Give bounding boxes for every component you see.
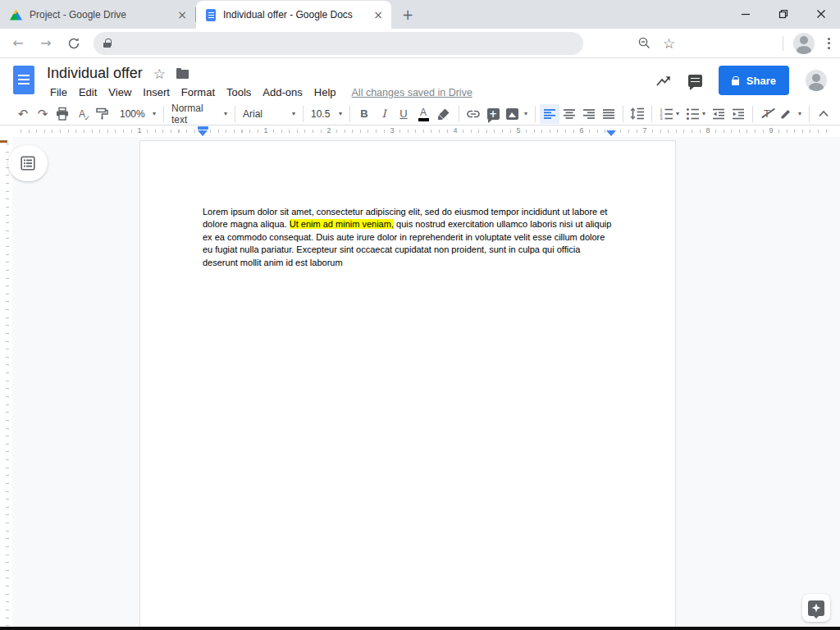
tab-title: Project - Google Drive [30,9,168,21]
styles-select[interactable]: Normal text▾ [168,104,231,124]
undo-button[interactable]: ↶ [13,104,33,124]
font-select[interactable]: Arial▾ [240,104,299,124]
insert-image-icon [506,108,518,120]
toolbar-separator [163,106,164,122]
close-tab-icon[interactable]: × [176,8,189,21]
toolbar-separator [752,106,753,122]
tab-google-docs[interactable]: Individual offer - Google Docs × [196,1,391,29]
move-to-folder-icon[interactable] [176,70,189,79]
menu-edit[interactable]: Edit [73,84,103,100]
ruler-number: 1 [135,126,143,135]
link-icon [466,107,481,121]
document-title[interactable]: Individual offer [47,65,143,82]
zoom-out-icon[interactable] [637,36,651,50]
align-right-icon [582,108,596,120]
toolbar-separator [349,106,350,122]
star-document-icon[interactable]: ☆ [153,66,166,82]
bulleted-list-button[interactable]: ▾ [682,104,709,124]
google-docs-logo[interactable] [13,66,34,94]
menu-addons[interactable]: Add-ons [257,84,308,100]
comments-icon[interactable] [688,75,702,87]
save-status[interactable]: All changes saved in Drive [349,85,476,100]
insert-image-button[interactable]: ▾ [503,104,531,124]
align-center-icon [563,108,576,120]
ruler-number: 7 [641,126,648,135]
menu-insert[interactable]: Insert [137,84,176,100]
explore-button[interactable] [802,594,830,622]
google-drive-icon [10,9,22,21]
hide-menus-button[interactable] [814,104,833,124]
window-controls [727,0,840,27]
underline-button[interactable]: U [394,104,413,124]
highlight-color-button[interactable] [433,104,454,124]
new-tab-button[interactable]: + [396,3,419,26]
close-window-button[interactable] [802,0,840,27]
document-canvas: Lorem ipsum dolor sit amet, consectetur … [0,137,840,627]
address-bar[interactable] [94,32,583,55]
numbered-list-button[interactable]: 123 ▾ [656,104,682,124]
justify-button[interactable] [599,104,619,124]
redo-button[interactable]: ↷ [33,104,52,124]
print-button[interactable] [52,104,72,124]
redo-icon: ↷ [38,107,48,121]
toolbar-separator [235,106,235,122]
horizontal-ruler[interactable]: 1 1 2 3 4 5 6 7 8 9 [0,126,840,137]
menu-file[interactable]: File [44,84,73,100]
insert-link-button[interactable] [463,104,483,124]
ruler-number: 9 [767,126,774,135]
clear-formatting-button[interactable]: T [757,104,777,124]
show-outline-button[interactable] [8,145,48,181]
browser-menu-icon[interactable] [824,34,833,52]
align-center-button[interactable] [559,104,579,124]
menu-format[interactable]: Format [176,84,221,100]
account-avatar[interactable] [806,70,827,91]
close-tab-icon[interactable]: × [372,8,385,21]
ruler-number: 1 [262,126,269,135]
menu-view[interactable]: View [103,84,137,100]
increase-indent-button[interactable] [728,104,748,124]
clear-formatting-icon: T [764,107,770,120]
text-color-button[interactable]: A [413,104,433,124]
ruler-number: 8 [704,126,711,135]
browser-profile-avatar[interactable] [793,33,815,54]
add-comment-button[interactable]: + [483,104,503,124]
italic-button[interactable]: I [374,104,394,124]
paragraph[interactable]: Lorem ipsum dolor sit amet, consectetur … [203,206,616,269]
minimize-button[interactable] [727,0,765,27]
forward-button[interactable]: → [34,32,57,55]
increase-indent-icon [732,108,745,120]
right-indent-marker[interactable] [606,130,616,136]
private-lock-icon [732,76,739,85]
bookmark-star-icon[interactable]: ☆ [663,35,675,52]
restore-button[interactable] [765,0,802,27]
close-icon [816,9,826,19]
paint-format-button[interactable] [92,104,112,124]
reload-icon [67,37,80,50]
document-outline-icon [21,156,35,171]
line-spacing-button[interactable] [628,104,647,124]
underline-icon: U [399,107,407,120]
spellcheck-button[interactable]: A✓ [72,104,92,124]
bold-button[interactable]: B [354,104,374,124]
tab-google-drive[interactable]: Project - Google Drive × [0,1,195,29]
reload-button[interactable] [62,32,85,55]
font-size-select[interactable]: 10.5▾ [308,104,345,124]
editing-mode-button[interactable]: ▾ [777,104,805,124]
chevron-down-icon: ▾ [524,110,527,117]
insights-icon[interactable] [655,74,672,88]
menu-help[interactable]: Help [308,84,342,100]
back-button[interactable]: ← [7,32,30,55]
share-button[interactable]: Share [719,66,789,95]
menu-tools[interactable]: Tools [221,84,257,100]
decrease-indent-button[interactable] [709,104,728,124]
align-left-icon [543,108,556,120]
line-spacing-icon [630,107,645,120]
left-indent-marker[interactable] [198,126,208,136]
vertical-ruler[interactable] [0,137,12,627]
restore-icon [778,9,788,19]
align-left-button[interactable] [540,104,559,124]
align-right-button[interactable] [579,104,599,124]
document-page[interactable]: Lorem ipsum dolor sit amet, consectetur … [139,140,676,627]
zoom-select[interactable]: 100%▾ [116,104,159,124]
window-bottom-edge [0,627,840,630]
